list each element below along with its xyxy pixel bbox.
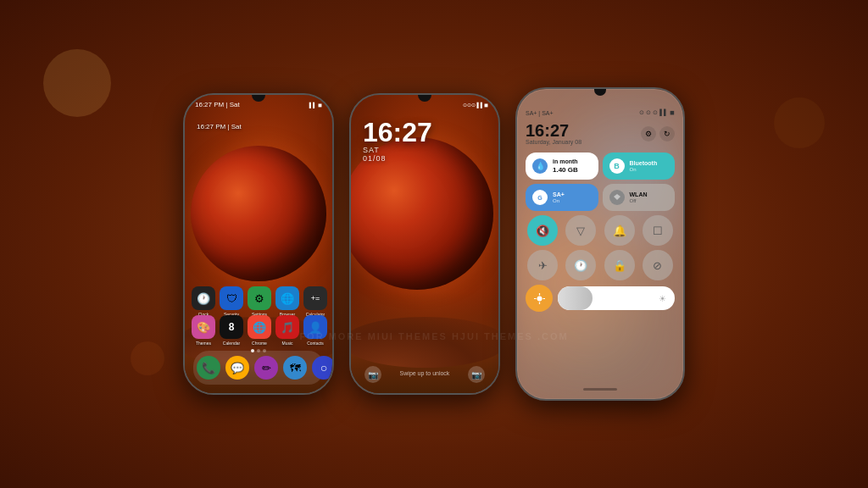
ctrl-tile-data[interactable]: 💧 in month 1.40 GB bbox=[526, 152, 598, 180]
power-button-3 bbox=[683, 157, 685, 191]
refresh-icon[interactable]: ↻ bbox=[659, 126, 675, 141]
phone-2-screen: ⊙⊙⊙ ▌▌◼ 16:27 SAT 01/08 📷 📷 Swipe up to … bbox=[351, 95, 498, 393]
home-indicator bbox=[583, 388, 617, 391]
ctrl-tiles-row-1: 💧 in month 1.40 GB B Bluetooth On bbox=[526, 152, 675, 180]
brightness-icon[interactable] bbox=[526, 285, 553, 312]
ctrl-tile-bluetooth[interactable]: B Bluetooth On bbox=[603, 152, 676, 180]
ctrl-time-display: 16:27 bbox=[526, 122, 581, 139]
carrier-text: SA+ | SA+ bbox=[526, 110, 554, 116]
svg-point-0 bbox=[537, 296, 542, 301]
app-music[interactable]: 🎵 Music bbox=[275, 315, 299, 346]
lock-date-full: 01/08 bbox=[363, 154, 432, 163]
screenshot-button[interactable]: ☐ bbox=[643, 215, 673, 246]
data-tile-value: 1.40 GB bbox=[553, 166, 592, 174]
app-clock[interactable]: 🕐 Clock bbox=[192, 286, 215, 317]
lock-time: 16:27 SAT 01/08 bbox=[363, 119, 432, 163]
bluetooth-tile-label: Bluetooth bbox=[630, 160, 669, 167]
home-time: 16:27 PM | Sat bbox=[197, 120, 242, 130]
page-dot-active bbox=[251, 349, 254, 352]
phone-2: ⊙⊙⊙ ▌▌◼ 16:27 SAT 01/08 📷 📷 Swipe up to … bbox=[349, 93, 500, 395]
status-time-1: 16:27 PM | Sat bbox=[195, 101, 240, 108]
status-icon-battery: ▌▌ ◼ bbox=[309, 102, 322, 108]
volume-button-3 bbox=[515, 165, 517, 208]
ctrl-tiles-row-2: G SA+ On WLAN Off bbox=[526, 184, 675, 211]
wlan-tile-status: Off bbox=[630, 198, 669, 203]
phone-container: 16:27 PM | Sat ▌▌ ◼ 16:27 PM | Sat 🕐 Clo… bbox=[183, 87, 685, 401]
power-button-2 bbox=[498, 163, 500, 197]
page-dot bbox=[257, 349, 260, 352]
app-contacts[interactable]: 👤 Contacts bbox=[303, 315, 327, 346]
planet-sphere bbox=[191, 146, 326, 281]
brightness-bar[interactable]: ☀ bbox=[558, 286, 675, 310]
dock-messages[interactable]: 💬 bbox=[225, 356, 249, 380]
phone-1-screen: 16:27 PM | Sat ▌▌ ◼ 16:27 PM | Sat 🕐 Clo… bbox=[185, 95, 332, 393]
dnd-button[interactable]: ▽ bbox=[565, 215, 596, 246]
brightness-fill bbox=[558, 286, 593, 310]
volume-button bbox=[183, 171, 185, 214]
dock-maps[interactable]: 🗺 bbox=[283, 356, 307, 380]
notification-button[interactable]: 🔔 bbox=[604, 215, 635, 246]
sa-tile-label: SA+ bbox=[553, 191, 592, 198]
ctrl-date-display: Saturday, January 08 bbox=[526, 139, 581, 145]
airplane-button[interactable]: ✈ bbox=[527, 250, 558, 280]
dock: 📞 💬 ✏ 🗺 ○ bbox=[193, 351, 324, 385]
phone-3: SA+ | SA+ ⊙ ⊙ ⊙ ▌▌ ◼ 16:27 Saturday, Jan… bbox=[515, 87, 685, 401]
app-chrome[interactable]: 🌐 Chrome bbox=[248, 315, 271, 346]
volume-down-button bbox=[332, 205, 334, 226]
volume-button-2 bbox=[349, 171, 351, 214]
settings-icon[interactable]: ⚙ bbox=[641, 126, 656, 141]
lock-time-display: 16:27 bbox=[363, 119, 432, 146]
ctrl-icon-row-2: ✈ 🕐 🔒 ⊘ bbox=[526, 250, 675, 280]
brightness-sun-icon: ☀ bbox=[659, 294, 666, 303]
ctrl-status-icons: ⊙ ⊙ ⊙ ▌▌ ◼ bbox=[639, 109, 675, 116]
brightness-control: ☀ bbox=[526, 285, 675, 312]
ctrl-tile-sa[interactable]: G SA+ On bbox=[526, 184, 598, 211]
sa-tile-text: SA+ On bbox=[553, 191, 592, 203]
sa-tile-icon: G bbox=[532, 190, 548, 205]
battery-icon-2: ⊙⊙⊙ ▌▌◼ bbox=[463, 102, 488, 108]
data-tile-icon: 💧 bbox=[532, 158, 548, 174]
block-button[interactable]: ⊘ bbox=[643, 250, 673, 280]
mute-button[interactable]: 🔇 bbox=[527, 215, 558, 246]
wlan-tile-text: WLAN Off bbox=[630, 191, 669, 203]
bluetooth-tile-text: Bluetooth On bbox=[630, 160, 669, 172]
dock-app[interactable]: ○ bbox=[312, 356, 332, 380]
wlan-tile-icon bbox=[609, 190, 625, 205]
phone-1: 16:27 PM | Sat ▌▌ ◼ 16:27 PM | Sat 🕐 Clo… bbox=[183, 93, 334, 395]
dock-notes[interactable]: ✏ bbox=[254, 356, 278, 380]
clock-button[interactable]: 🕐 bbox=[565, 250, 596, 280]
data-tile-label: in month bbox=[553, 158, 592, 165]
phone-3-screen: SA+ | SA+ ⊙ ⊙ ⊙ ▌▌ ◼ 16:27 Saturday, Jan… bbox=[517, 89, 683, 399]
app-calculator[interactable]: += Calculator bbox=[303, 286, 327, 317]
power-button bbox=[332, 163, 334, 197]
bluetooth-tile-icon: B bbox=[609, 158, 625, 174]
data-tile-text: in month 1.40 GB bbox=[553, 158, 592, 173]
app-browser[interactable]: 🌐 Browser bbox=[275, 286, 299, 317]
app-settings[interactable]: ⚙ Settings bbox=[248, 286, 271, 317]
lock-button[interactable]: 🔒 bbox=[604, 250, 635, 280]
swipe-unlock-text: Swipe up to unlock bbox=[351, 370, 498, 376]
app-themes[interactable]: 🎨 Themes bbox=[192, 315, 215, 346]
app-calendar[interactable]: 8 Calendar bbox=[220, 315, 243, 346]
sa-tile-status: On bbox=[553, 198, 592, 203]
bluetooth-tile-status: On bbox=[630, 167, 669, 172]
status-icons-1: ▌▌ ◼ bbox=[309, 102, 322, 108]
ctrl-tile-wlan[interactable]: WLAN Off bbox=[603, 184, 676, 211]
ctrl-status-bar: SA+ | SA+ ⊙ ⊙ ⊙ ▌▌ ◼ bbox=[526, 109, 675, 116]
wlan-tile-label: WLAN bbox=[630, 191, 669, 198]
app-security[interactable]: 🛡 Security bbox=[220, 286, 243, 317]
ctrl-icon-row-1: 🔇 ▽ 🔔 ☐ bbox=[526, 215, 675, 246]
dock-phone[interactable]: 📞 bbox=[197, 356, 220, 380]
status-icons-2: ⊙⊙⊙ ▌▌◼ bbox=[463, 102, 488, 108]
page-dot bbox=[263, 349, 266, 352]
